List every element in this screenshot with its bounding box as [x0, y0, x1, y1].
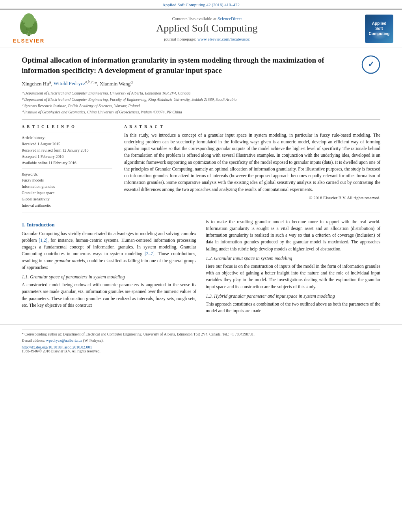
- body-left-col: 1. Introduction Granular Computing has v…: [22, 219, 196, 317]
- subsection1-2-para: Here our focus is on the construction of…: [206, 263, 380, 290]
- revised-date: Received in revised form 12 January 2016: [22, 147, 112, 154]
- author-hu: Xingchen Hua,: [22, 81, 54, 87]
- page: Applied Soft Computing 42 (2016) 410–422…: [0, 0, 402, 532]
- ref-1-2[interactable]: [1,2]: [39, 238, 47, 243]
- journal-header: ELSEVIER Contents lists available at Sci…: [0, 9, 402, 48]
- affiliation-d: ᵈ Institute of Geophysics and Geomatics,…: [22, 109, 380, 115]
- keyword-4: Global sensitivity: [22, 196, 112, 202]
- homepage-link[interactable]: www.elsevier.com/locate/asoc: [197, 37, 250, 41]
- subsection1-2-heading: 1.2. Granular input space in system mode…: [206, 256, 380, 261]
- article-info-abstract-section: A R T I C L E I N F O Article history: R…: [22, 124, 380, 213]
- journal-citation: Applied Soft Computing 42 (2016) 410–422: [162, 2, 240, 7]
- svg-point-8: [30, 28, 32, 29]
- subsection1-1-para: A constructed model being endowed with n…: [22, 282, 196, 309]
- svg-point-5: [23, 22, 25, 24]
- keywords-label: Keywords:: [22, 172, 112, 176]
- author-wang: Xianmin Wangd: [100, 81, 133, 87]
- subsection1-3-heading: 1.3. Hybrid granular parameter and input…: [206, 293, 380, 299]
- svg-point-7: [26, 28, 28, 30]
- keyword-5: Interval arithmetic: [22, 202, 112, 209]
- body-right-col: is to make the resulting granular model …: [206, 219, 380, 317]
- affiliation-c: ᶜ Systems Research Institute, Polish Aca…: [22, 103, 380, 109]
- available-date: Available online 11 February 2016: [22, 160, 112, 166]
- top-bar: Applied Soft Computing 42 (2016) 410–422: [0, 0, 402, 9]
- elsevier-logo: ELSEVIER: [7, 13, 50, 44]
- journal-logo-box: Applied Soft Computing: [363, 15, 395, 43]
- issn-line: 1568-4946/© 2016 Elsevier B.V. All right…: [22, 349, 380, 353]
- journal-title-center: Contents lists available at ScienceDirec…: [54, 16, 359, 41]
- article-info-label: A R T I C L E I N F O: [22, 124, 112, 129]
- article-history: Article history: Received 1 August 2015 …: [22, 135, 112, 166]
- crossmark-icon: ✓: [361, 55, 380, 74]
- contents-line: Contents lists available at ScienceDirec…: [54, 16, 359, 21]
- svg-point-4: [23, 13, 35, 28]
- footnote-star: * Corresponding author at: Department of…: [22, 332, 255, 336]
- keyword-1: Fuzzy models: [22, 177, 112, 184]
- body-content: 1. Introduction Granular Computing has v…: [22, 219, 380, 317]
- keywords-section: Keywords: Fuzzy models Information granu…: [22, 172, 112, 209]
- abstract-col: A B S T R A C T In this study, we introd…: [124, 124, 380, 209]
- right-col-para1: is to make the resulting granular model …: [206, 219, 380, 252]
- journal-name: Applied Soft Computing: [54, 22, 359, 34]
- keyword-3: Granular input space: [22, 190, 112, 196]
- footer-section: * Corresponding author at: Department of…: [0, 324, 402, 356]
- author-pedrycz[interactable]: Witold Pedrycz: [54, 81, 86, 87]
- section1-para1: Granular Computing has vividly demonstra…: [22, 230, 196, 271]
- homepage-line: journal homepage: www.elsevier.com/locat…: [54, 37, 359, 41]
- accepted-date: Accepted 1 February 2016: [22, 154, 112, 160]
- article-info-col: A R T I C L E I N F O Article history: R…: [22, 124, 112, 209]
- copyright-line: © 2016 Elsevier B.V. All rights reserved…: [124, 195, 380, 200]
- email-suffix: (W. Pedrycz).: [83, 339, 104, 343]
- article-content: Optimal allocation of information granul…: [0, 48, 402, 321]
- subsection1-1-heading: 1.1. Granular space of parameters in sys…: [22, 274, 196, 280]
- elsevier-tree-icon: [13, 13, 45, 37]
- abstract-label: A B S T R A C T: [124, 124, 380, 129]
- affiliation-b: ᵇ Department of Electrical and Computer …: [22, 96, 380, 103]
- crossmark-logo: ✓: [361, 55, 380, 74]
- svg-text:✓: ✓: [368, 60, 374, 69]
- article-title: Optimal allocation of information granul…: [22, 55, 355, 75]
- email-link[interactable]: wpedrycz@ualberta.ca: [46, 338, 82, 343]
- affiliation-a: ᵃ Department of Electrical and Computer …: [22, 90, 380, 96]
- affiliations: ᵃ Department of Electrical and Computer …: [22, 90, 380, 120]
- received-date: Received 1 August 2015: [22, 141, 112, 147]
- history-label: Article history:: [22, 135, 112, 141]
- abstract-text: In this study, we introduce a concept of…: [124, 132, 380, 193]
- keyword-2: Information granules: [22, 184, 112, 190]
- footnote-text: * Corresponding author at: Department of…: [22, 332, 380, 343]
- svg-point-6: [33, 24, 34, 25]
- sciencedirect-link[interactable]: ScienceDirect: [218, 16, 242, 21]
- journal-logo-image: Applied Soft Computing: [365, 15, 393, 43]
- section1-heading: 1. Introduction: [22, 222, 196, 228]
- ref-2-7[interactable]: [2–7]: [145, 251, 154, 256]
- elsevier-wordmark: ELSEVIER: [13, 38, 45, 44]
- email-label: E-mail address:: [22, 339, 45, 343]
- subsection1-3-para: This approach constitutes a combination …: [206, 301, 380, 315]
- article-title-section: Optimal allocation of information granul…: [22, 55, 380, 75]
- doi-link[interactable]: http://dx.doi.org/10.1016/j.asoc.2016.02…: [22, 345, 380, 349]
- authors-line: Xingchen Hua, Witold Pedrycza,b,c,*, Xia…: [22, 79, 380, 87]
